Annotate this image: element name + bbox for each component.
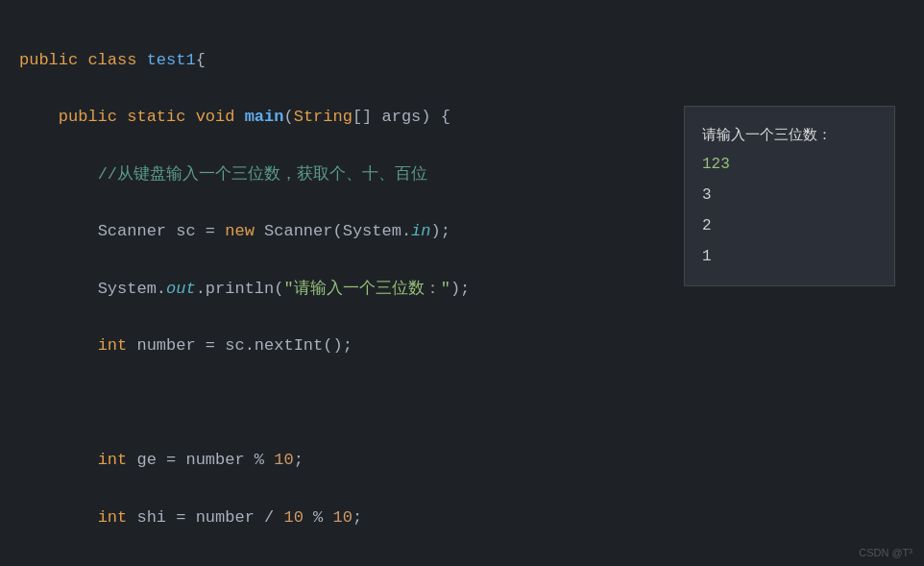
code-line-1: public class test1{ [19,46,905,75]
code-line-8: int ge = number % 10; [19,446,905,475]
output-result-1: 3 [702,180,877,210]
output-input-value: 123 [702,149,877,180]
output-result-2: 2 [702,210,877,241]
code-line-9: int shi = number / 10 % 10; [19,504,905,532]
output-prompt: 请输入一个三位数： [702,120,877,149]
output-panel: 请输入一个三位数： 123 3 2 1 [684,106,895,286]
code-line-10: int bai = number /100 % 10; [19,560,905,566]
output-result-3: 1 [702,241,877,272]
watermark: CSDN @T³ [859,547,912,558]
code-line-7 [19,389,905,418]
code-line-6: int number = sc.nextInt(); [19,332,905,360]
